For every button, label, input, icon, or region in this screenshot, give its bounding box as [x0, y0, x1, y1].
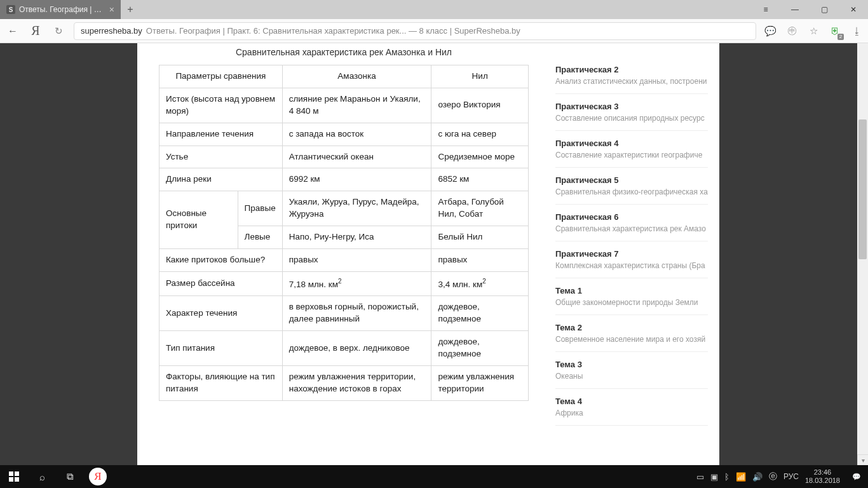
window-titlebar: S Ответы. География | Пра × + ≡ — ▢ ✕	[0, 0, 868, 19]
main-article: Сравнительная характеристика рек Амазонк…	[159, 43, 529, 465]
sidebar-item[interactable]: Тема 4Африка	[555, 389, 708, 426]
tray-wifi-icon[interactable]: 📶	[736, 472, 746, 482]
tab-close-icon[interactable]: ×	[109, 4, 114, 15]
bookmark-icon[interactable]: ☆	[806, 24, 821, 39]
col-amazon: Амазонка	[282, 65, 431, 88]
address-domain: superresheba.by	[81, 26, 142, 36]
tray-language[interactable]: РУС	[783, 472, 799, 481]
sidebar-item[interactable]: Тема 2Современное население мира и его х…	[555, 315, 708, 352]
tray-clock[interactable]: 23:46 18.03.2018	[805, 468, 840, 484]
window-minimize-icon[interactable]: —	[780, 0, 810, 19]
taskbar-app-yandex[interactable]: Я	[84, 465, 112, 488]
translate-icon[interactable]: ㊥	[784, 24, 799, 39]
table-row: Размер бассейна 7,18 млн. км2 3,4 млн. к…	[159, 271, 529, 295]
vertical-scrollbar[interactable]	[857, 43, 868, 465]
page-content: Сравнительная характеристика рек Амазонк…	[137, 43, 719, 465]
tray-eset-icon[interactable]: ⓔ	[769, 471, 777, 482]
windows-taskbar: ⌕ ⧉ Я ▭ ▣ ᛒ 📶 🔊 ⓔ РУС 23:46 18.03.2018 💬	[0, 465, 868, 488]
tray-battery-icon[interactable]: ▭	[696, 472, 704, 482]
table-row: Длина реки6992 км6852 км	[159, 168, 529, 191]
nav-back-button[interactable]: ←	[4, 22, 22, 40]
yandex-logo-icon[interactable]: Я	[28, 24, 43, 38]
tray-bluetooth-icon[interactable]: ᛒ	[724, 472, 729, 482]
sidebar-item[interactable]: Практическая 3Составление описания приро…	[555, 94, 708, 131]
sidebar-item[interactable]: Тема 3Океаны	[555, 352, 708, 389]
new-tab-button[interactable]: +	[121, 0, 140, 19]
table-row: Факторы, влияющие на тип питаниярежим ув…	[159, 365, 529, 400]
scrollbar-thumb[interactable]	[858, 119, 867, 259]
table-row: Основные притоки Правые Укаяли, Журуа, П…	[159, 191, 529, 226]
system-tray[interactable]: ▭ ▣ ᛒ 📶 🔊 ⓔ РУС 23:46 18.03.2018	[691, 468, 845, 484]
table-row: Исток (высота над уровнем моря)слияние р…	[159, 88, 529, 123]
tray-volume-icon[interactable]: 🔊	[752, 472, 763, 482]
adblock-shield-icon[interactable]: ⛨2	[827, 24, 843, 39]
yandex-browser-icon: Я	[89, 468, 107, 485]
col-param: Параметры сравнения	[159, 65, 283, 88]
sidebar-item[interactable]: Тема 1Общие закономерности природы Земли	[555, 278, 708, 315]
page-viewport: Сравнительная характеристика рек Амазонк…	[0, 43, 868, 465]
table-caption: Сравнительная характеристика рек Амазонк…	[159, 43, 529, 65]
sidebar-item[interactable]: Практическая 7Комплексная характеристика…	[555, 241, 708, 278]
comparison-table: Параметры сравнения Амазонка Нил Исток (…	[159, 65, 529, 401]
sidebar-item[interactable]: Практическая 2Анализ статистических данн…	[555, 57, 708, 94]
table-header-row: Параметры сравнения Амазонка Нил	[159, 65, 529, 88]
taskview-icon[interactable]: ⧉	[56, 465, 84, 488]
tray-app-icon[interactable]: ▣	[710, 472, 718, 482]
tab-favicon: S	[6, 5, 15, 14]
window-close-icon[interactable]: ✕	[839, 0, 868, 19]
col-nile: Нил	[431, 65, 529, 88]
scroll-to-bottom-icon[interactable]: ▾	[857, 454, 868, 465]
address-page-title: Ответы. География | Практ. 6: Сравнитель…	[146, 26, 520, 36]
downloads-icon[interactable]: ⭳	[849, 24, 864, 39]
page-left-gutter	[0, 43, 137, 465]
window-controls: ≡ — ▢ ✕	[751, 0, 868, 19]
sidebar-item[interactable]: Практическая 5Сравнительная физико-геогр…	[555, 168, 708, 205]
table-row: Характер теченияв верховья горный, порож…	[159, 296, 529, 331]
svg-rect-2	[9, 477, 13, 482]
table-row: УстьеАтлантический океанСредиземное море	[159, 146, 529, 168]
table-row: Направление теченияс запада на востокс ю…	[159, 123, 529, 146]
table-row: Тип питаниядождевое, в верх. ледниковоед…	[159, 331, 529, 366]
extension-badge: 2	[837, 34, 844, 40]
svg-rect-0	[9, 471, 13, 476]
action-center-icon[interactable]: 💬	[845, 465, 868, 488]
browser-tab-active[interactable]: S Ответы. География | Пра ×	[0, 0, 121, 19]
tab-title: Ответы. География | Пра	[19, 5, 105, 14]
table-row: Какие притоков больше?правыхправых	[159, 249, 529, 272]
windows-logo-icon	[9, 471, 19, 482]
page-right-gutter	[719, 43, 868, 465]
taskbar-search-icon[interactable]: ⌕	[28, 465, 56, 488]
reload-button[interactable]: ↻	[50, 22, 67, 40]
window-maximize-icon[interactable]: ▢	[810, 0, 839, 19]
address-bar[interactable]: superresheba.by Ответы. География | Прак…	[74, 22, 756, 40]
feedback-icon[interactable]: 💬	[763, 24, 778, 39]
start-button[interactable]	[0, 465, 28, 488]
window-menu-icon[interactable]: ≡	[751, 0, 780, 19]
sidebar-item[interactable]: Практическая 4Составление характеристики…	[555, 131, 708, 168]
svg-rect-3	[15, 477, 19, 482]
sidebar-item[interactable]: Практическая 6Сравнительная характеристи…	[555, 205, 708, 241]
sidebar-nav: Практическая 2Анализ статистических данн…	[555, 43, 708, 465]
browser-toolbar: ← Я ↻ superresheba.by Ответы. География …	[0, 19, 868, 43]
svg-rect-1	[15, 471, 19, 476]
